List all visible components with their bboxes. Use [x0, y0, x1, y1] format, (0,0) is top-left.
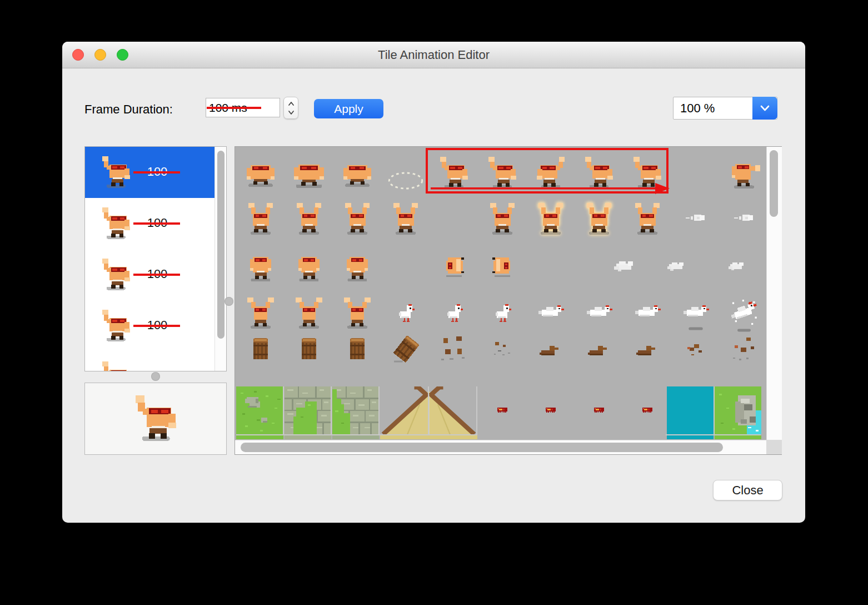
frame-list-item[interactable]: 100 [85, 147, 214, 198]
tile-barrel[interactable] [343, 336, 371, 364]
close-button[interactable]: Close [713, 480, 782, 500]
tile-debris-small[interactable] [490, 338, 515, 362]
tile-villager-crouch[interactable] [292, 156, 326, 190]
zoom-level-select[interactable]: 100 % [673, 97, 777, 120]
window-title: Tile Animation Editor [62, 42, 805, 68]
tile-villager-armsup[interactable] [390, 203, 422, 235]
frame-list-item[interactable]: 100 [85, 249, 214, 300]
annotation-strikethrough [133, 222, 180, 225]
tile-goggles[interactable] [640, 403, 655, 418]
grid-line [714, 386, 715, 435]
tile-drumstick[interactable] [538, 337, 563, 363]
tile-villager-crouch[interactable] [341, 157, 373, 189]
annotation-strikethrough [133, 171, 180, 173]
tile-drumstick[interactable] [586, 337, 612, 363]
stepper-down-icon[interactable] [288, 110, 295, 115]
tileset-panel [235, 146, 782, 455]
grid-line [666, 434, 761, 435]
tile-villager-armsup[interactable] [631, 203, 664, 235]
tile-villager-crouch[interactable] [245, 157, 277, 189]
tile-chicken-stand[interactable] [491, 301, 514, 325]
tile-villager-armsup[interactable] [341, 203, 373, 235]
frame-duration-label: Frame Duration: [84, 100, 173, 120]
scrollbar-thumb[interactable] [241, 443, 723, 452]
tile-smoke-puff[interactable] [665, 255, 687, 277]
zoom-combo-button[interactable] [752, 97, 777, 120]
frame-duration-stepper[interactable] [283, 97, 298, 119]
tile-debris-fly[interactable] [684, 338, 708, 362]
tile-chicken-stand[interactable] [394, 301, 417, 325]
frame-duration-field [206, 98, 280, 117]
scrollbar-thumb[interactable] [770, 150, 778, 217]
tile-villager-varms[interactable] [341, 297, 373, 329]
tile-chicken-fly[interactable] [537, 300, 564, 326]
tile-debris-pieces[interactable] [440, 335, 468, 364]
tile-tile-grass[interactable] [236, 386, 283, 434]
tile-chicken-stand[interactable] [442, 301, 466, 325]
tile-chicken-fly[interactable] [586, 300, 612, 326]
frame-sprite-icon [100, 207, 132, 240]
frame-list-scrollbar[interactable] [214, 147, 226, 371]
tile-villager-armsup[interactable] [535, 203, 567, 235]
tile-tile-grassrock[interactable] [715, 386, 761, 434]
tile-goggles[interactable] [592, 403, 606, 418]
tile-tile-teal[interactable] [667, 386, 714, 434]
window-titlebar[interactable]: Tile Animation Editor [62, 42, 805, 68]
annotation-strikethrough [207, 107, 261, 109]
frame-list-item[interactable]: 100 [85, 300, 214, 351]
annotation-strikethrough [133, 325, 180, 327]
tile-villager-varms[interactable] [293, 297, 325, 329]
tile-tile-stonegrass-mid[interactable] [285, 386, 331, 434]
frame-list-items: 100100100100 [85, 147, 214, 371]
apply-button[interactable]: Apply [314, 99, 383, 118]
tile-row-sliver [332, 435, 379, 439]
tile-barrel[interactable] [247, 336, 275, 364]
tile-smoke-puff[interactable] [726, 256, 746, 276]
annotation-arrow-right-icon [431, 181, 671, 197]
tile-goggles[interactable] [495, 403, 510, 418]
tile-drumstick[interactable] [635, 337, 660, 363]
tile-row-sliver [236, 435, 283, 439]
tile-chicken-fly[interactable] [634, 300, 661, 326]
grid-line [331, 386, 332, 435]
tile-villager-armsup[interactable] [245, 203, 277, 235]
tile-villager-roll[interactable] [490, 254, 515, 279]
tile-selection-ellipse[interactable] [387, 162, 424, 199]
tile-villager-punch[interactable] [728, 157, 760, 189]
tile-villager-stand[interactable] [293, 251, 325, 282]
vertical-splitter-handle[interactable] [225, 297, 233, 306]
tile-debris-scatter[interactable] [730, 336, 758, 364]
tile-shadow[interactable] [686, 319, 705, 338]
tile-villager-armsup[interactable] [486, 203, 518, 235]
tile-barrel-tilt[interactable] [391, 335, 421, 365]
tile-smoke-dash[interactable] [732, 207, 756, 231]
horizontal-splitter-handle[interactable] [151, 372, 160, 381]
tileset-horizontal-scrollbar[interactable] [235, 440, 766, 454]
tile-smoke-dash[interactable] [684, 207, 708, 231]
tile-villager-armsup[interactable] [583, 203, 615, 235]
tile-barrel[interactable] [295, 336, 323, 364]
stepper-up-icon[interactable] [288, 101, 295, 106]
tile-villager-armsup[interactable] [293, 203, 325, 235]
tileset-vertical-scrollbar[interactable] [766, 147, 782, 440]
scrollbar-thumb[interactable] [217, 151, 225, 339]
chevron-down-icon [760, 105, 770, 112]
frame-sprite-icon [100, 156, 132, 189]
tile-tile-stonegrass-left[interactable] [332, 386, 379, 434]
tile-villager-stand[interactable] [342, 251, 373, 282]
frame-list[interactable]: 100100100100 [84, 146, 227, 371]
frame-list-item[interactable]: 100 [85, 198, 214, 249]
tile-goggles[interactable] [543, 403, 558, 418]
preview-sprite [133, 395, 179, 442]
tileset-content[interactable] [235, 147, 766, 440]
grid-line [476, 386, 477, 435]
tile-smoke-puff[interactable] [611, 254, 637, 279]
tile-villager-roll[interactable] [441, 254, 467, 279]
frame-list-item[interactable] [85, 351, 214, 371]
grid-line [283, 386, 284, 435]
tile-villager-varms[interactable] [245, 297, 277, 329]
scrollbar-corner [766, 440, 782, 454]
tile-villager-stand[interactable] [245, 251, 276, 282]
grid-line [236, 434, 477, 435]
tile-row-sliver [380, 435, 477, 439]
